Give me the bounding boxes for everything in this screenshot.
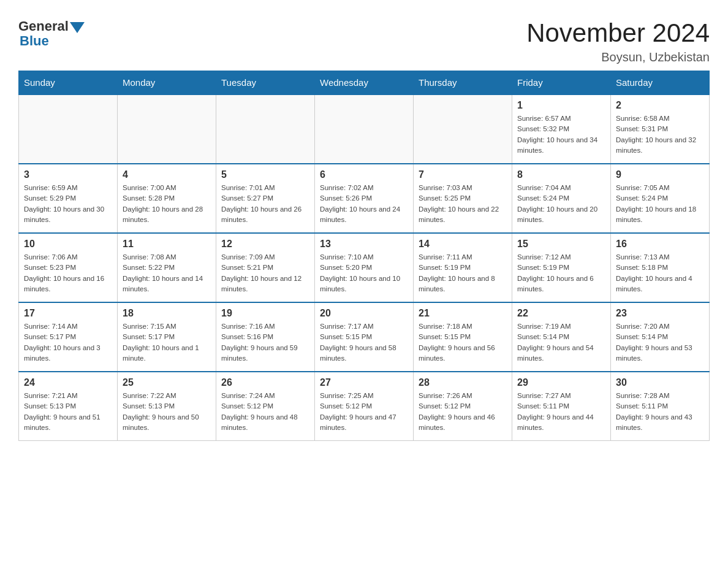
calendar-cell: 23Sunrise: 7:20 AMSunset: 5:14 PMDayligh… bbox=[611, 302, 710, 372]
calendar-cell: 5Sunrise: 7:01 AMSunset: 5:27 PMDaylight… bbox=[216, 164, 315, 233]
calendar-cell: 21Sunrise: 7:18 AMSunset: 5:15 PMDayligh… bbox=[414, 302, 512, 372]
day-info: Sunrise: 7:27 AMSunset: 5:11 PMDaylight:… bbox=[517, 391, 605, 433]
day-info: Sunrise: 7:05 AMSunset: 5:24 PMDaylight:… bbox=[616, 183, 704, 225]
day-number: 20 bbox=[320, 308, 408, 319]
day-info: Sunrise: 7:22 AMSunset: 5:13 PMDaylight:… bbox=[123, 391, 211, 433]
day-number: 14 bbox=[419, 239, 507, 250]
calendar-cell: 14Sunrise: 7:11 AMSunset: 5:19 PMDayligh… bbox=[414, 233, 512, 302]
day-header-tuesday: Tuesday bbox=[216, 71, 315, 95]
day-info: Sunrise: 7:00 AMSunset: 5:28 PMDaylight:… bbox=[123, 183, 211, 225]
day-number: 27 bbox=[320, 377, 408, 388]
calendar-cell: 10Sunrise: 7:06 AMSunset: 5:23 PMDayligh… bbox=[19, 233, 118, 302]
day-info: Sunrise: 7:08 AMSunset: 5:22 PMDaylight:… bbox=[123, 252, 211, 294]
day-info: Sunrise: 7:02 AMSunset: 5:26 PMDaylight:… bbox=[320, 183, 408, 225]
calendar-cell: 7Sunrise: 7:03 AMSunset: 5:25 PMDaylight… bbox=[414, 164, 512, 233]
day-info: Sunrise: 7:12 AMSunset: 5:19 PMDaylight:… bbox=[517, 252, 605, 294]
logo-arrow-icon bbox=[70, 22, 85, 33]
day-number: 12 bbox=[221, 239, 309, 250]
day-info: Sunrise: 7:21 AMSunset: 5:13 PMDaylight:… bbox=[24, 391, 112, 433]
day-info: Sunrise: 7:14 AMSunset: 5:17 PMDaylight:… bbox=[24, 321, 112, 364]
calendar-week-row: 10Sunrise: 7:06 AMSunset: 5:23 PMDayligh… bbox=[19, 233, 710, 302]
day-info: Sunrise: 7:26 AMSunset: 5:12 PMDaylight:… bbox=[419, 391, 507, 433]
calendar-cell: 13Sunrise: 7:10 AMSunset: 5:20 PMDayligh… bbox=[315, 233, 414, 302]
calendar-cell bbox=[315, 94, 414, 164]
logo: General Blue bbox=[18, 18, 85, 49]
calendar-week-row: 3Sunrise: 6:59 AMSunset: 5:29 PMDaylight… bbox=[19, 164, 710, 233]
day-info: Sunrise: 7:13 AMSunset: 5:18 PMDaylight:… bbox=[616, 252, 704, 294]
day-number: 6 bbox=[320, 169, 408, 180]
day-number: 13 bbox=[320, 239, 408, 250]
day-info: Sunrise: 7:15 AMSunset: 5:17 PMDaylight:… bbox=[123, 321, 211, 364]
calendar-cell: 9Sunrise: 7:05 AMSunset: 5:24 PMDaylight… bbox=[611, 164, 710, 233]
day-number: 30 bbox=[616, 377, 704, 388]
day-info: Sunrise: 7:20 AMSunset: 5:14 PMDaylight:… bbox=[616, 321, 704, 364]
day-info: Sunrise: 7:25 AMSunset: 5:12 PMDaylight:… bbox=[320, 391, 408, 433]
calendar-cell: 25Sunrise: 7:22 AMSunset: 5:13 PMDayligh… bbox=[118, 372, 216, 441]
day-info: Sunrise: 7:17 AMSunset: 5:15 PMDaylight:… bbox=[320, 321, 408, 364]
day-number: 2 bbox=[616, 100, 704, 111]
day-header-friday: Friday bbox=[512, 71, 611, 95]
day-number: 8 bbox=[517, 169, 605, 180]
calendar-cell: 17Sunrise: 7:14 AMSunset: 5:17 PMDayligh… bbox=[19, 302, 118, 372]
day-info: Sunrise: 6:58 AMSunset: 5:31 PMDaylight:… bbox=[616, 113, 704, 156]
day-number: 17 bbox=[24, 308, 112, 319]
day-number: 1 bbox=[517, 100, 605, 111]
calendar-week-row: 17Sunrise: 7:14 AMSunset: 5:17 PMDayligh… bbox=[19, 302, 710, 372]
calendar-cell: 29Sunrise: 7:27 AMSunset: 5:11 PMDayligh… bbox=[512, 372, 611, 441]
day-info: Sunrise: 7:16 AMSunset: 5:16 PMDaylight:… bbox=[221, 321, 309, 364]
calendar-cell: 16Sunrise: 7:13 AMSunset: 5:18 PMDayligh… bbox=[611, 233, 710, 302]
day-number: 7 bbox=[419, 169, 507, 180]
calendar-cell: 15Sunrise: 7:12 AMSunset: 5:19 PMDayligh… bbox=[512, 233, 611, 302]
calendar-cell: 27Sunrise: 7:25 AMSunset: 5:12 PMDayligh… bbox=[315, 372, 414, 441]
calendar-cell: 3Sunrise: 6:59 AMSunset: 5:29 PMDaylight… bbox=[19, 164, 118, 233]
day-info: Sunrise: 7:09 AMSunset: 5:21 PMDaylight:… bbox=[221, 252, 309, 294]
day-number: 23 bbox=[616, 308, 704, 319]
logo-general-text: General bbox=[18, 18, 69, 34]
day-number: 28 bbox=[419, 377, 507, 388]
day-info: Sunrise: 7:04 AMSunset: 5:24 PMDaylight:… bbox=[517, 183, 605, 225]
day-info: Sunrise: 7:19 AMSunset: 5:14 PMDaylight:… bbox=[517, 321, 605, 364]
calendar-table: SundayMondayTuesdayWednesdayThursdayFrid… bbox=[18, 71, 710, 441]
day-number: 9 bbox=[616, 169, 704, 180]
calendar-cell: 2Sunrise: 6:58 AMSunset: 5:31 PMDaylight… bbox=[611, 94, 710, 164]
calendar-cell: 12Sunrise: 7:09 AMSunset: 5:21 PMDayligh… bbox=[216, 233, 315, 302]
title-block: November 2024 Boysun, Uzbekistan bbox=[526, 18, 710, 64]
calendar-cell: 4Sunrise: 7:00 AMSunset: 5:28 PMDaylight… bbox=[118, 164, 216, 233]
calendar-cell bbox=[19, 94, 118, 164]
day-info: Sunrise: 7:11 AMSunset: 5:19 PMDaylight:… bbox=[419, 252, 507, 294]
calendar-cell: 22Sunrise: 7:19 AMSunset: 5:14 PMDayligh… bbox=[512, 302, 611, 372]
location-title: Boysun, Uzbekistan bbox=[526, 50, 710, 64]
calendar-week-row: 24Sunrise: 7:21 AMSunset: 5:13 PMDayligh… bbox=[19, 372, 710, 441]
day-info: Sunrise: 7:10 AMSunset: 5:20 PMDaylight:… bbox=[320, 252, 408, 294]
day-header-thursday: Thursday bbox=[414, 71, 512, 95]
logo-blue-text: Blue bbox=[20, 33, 49, 49]
day-info: Sunrise: 7:03 AMSunset: 5:25 PMDaylight:… bbox=[419, 183, 507, 225]
day-number: 25 bbox=[123, 377, 211, 388]
page-header: General Blue November 2024 Boysun, Uzbek… bbox=[18, 18, 710, 64]
day-number: 24 bbox=[24, 377, 112, 388]
calendar-cell: 11Sunrise: 7:08 AMSunset: 5:22 PMDayligh… bbox=[118, 233, 216, 302]
calendar-cell bbox=[414, 94, 512, 164]
day-header-monday: Monday bbox=[118, 71, 216, 95]
calendar-cell: 1Sunrise: 6:57 AMSunset: 5:32 PMDaylight… bbox=[512, 94, 611, 164]
calendar-cell bbox=[216, 94, 315, 164]
day-number: 29 bbox=[517, 377, 605, 388]
day-header-sunday: Sunday bbox=[19, 71, 118, 95]
day-info: Sunrise: 6:59 AMSunset: 5:29 PMDaylight:… bbox=[24, 183, 112, 225]
calendar-cell bbox=[118, 94, 216, 164]
calendar-cell: 20Sunrise: 7:17 AMSunset: 5:15 PMDayligh… bbox=[315, 302, 414, 372]
day-number: 21 bbox=[419, 308, 507, 319]
day-number: 10 bbox=[24, 239, 112, 250]
day-info: Sunrise: 7:18 AMSunset: 5:15 PMDaylight:… bbox=[419, 321, 507, 364]
calendar-cell: 18Sunrise: 7:15 AMSunset: 5:17 PMDayligh… bbox=[118, 302, 216, 372]
day-header-row: SundayMondayTuesdayWednesdayThursdayFrid… bbox=[19, 71, 710, 95]
day-number: 22 bbox=[517, 308, 605, 319]
day-number: 5 bbox=[221, 169, 309, 180]
day-number: 11 bbox=[123, 239, 211, 250]
day-number: 4 bbox=[123, 169, 211, 180]
calendar-cell: 8Sunrise: 7:04 AMSunset: 5:24 PMDaylight… bbox=[512, 164, 611, 233]
calendar-cell: 30Sunrise: 7:28 AMSunset: 5:11 PMDayligh… bbox=[611, 372, 710, 441]
calendar-cell: 26Sunrise: 7:24 AMSunset: 5:12 PMDayligh… bbox=[216, 372, 315, 441]
calendar-cell: 24Sunrise: 7:21 AMSunset: 5:13 PMDayligh… bbox=[19, 372, 118, 441]
day-number: 15 bbox=[517, 239, 605, 250]
